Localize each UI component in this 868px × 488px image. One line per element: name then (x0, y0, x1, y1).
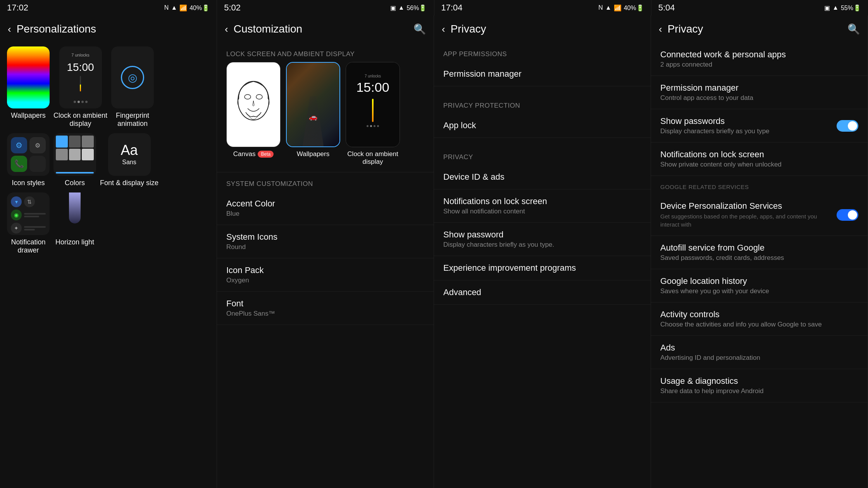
panel-privacy-detail: ‹ Privacy 🔍 Connected work & personal ap… (651, 15, 868, 488)
wallpapers-lock-label: Wallpapers (297, 150, 329, 158)
svg-point-2 (256, 95, 262, 99)
settings-item-notif-lock2[interactable]: Notifications on lock screen Show privat… (651, 143, 868, 176)
horizon-light-label: Horizon light (55, 238, 94, 246)
status-icons-4: ▣ ▲ 55%🔋 (824, 4, 861, 12)
settings-item-permission-manager2[interactable]: Permission manager Control app access to… (651, 76, 868, 109)
panel-privacy: ‹ Privacy APP PERMISSIONS Permission man… (434, 15, 651, 488)
car-icon: 🚗 (309, 113, 317, 121)
search-button-2[interactable]: 🔍 (413, 23, 426, 35)
fp-preview-thumb: ◎ (111, 46, 154, 108)
notif-lines-2 (24, 226, 46, 230)
status-section-1: 17:02 N ▲ 📶 40%🔋 (0, 0, 217, 15)
app-icon-3: 📞 (11, 156, 27, 172)
lock-item-wallpapers[interactable]: 🚗 Wallpapers (286, 62, 340, 166)
battery-icon-2: 56%🔋 (406, 4, 427, 12)
settings-item-notif-lock[interactable]: Notifications on lock screen Show all no… (434, 189, 651, 223)
notif-lock-content: Notifications on lock screen Show all no… (443, 196, 547, 215)
device-id-title: Device ID & ads (443, 172, 505, 182)
font-aa-text: Aa (121, 143, 138, 157)
accent-color-title: Accent Color (226, 199, 275, 209)
color-dot-3 (82, 136, 94, 148)
settings-item-app-lock[interactable]: App lock (434, 113, 651, 138)
advanced-title: Advanced (443, 287, 481, 297)
wifi-icon-4: ▲ (832, 4, 839, 11)
settings-item-connected-apps[interactable]: Connected work & personal apps 2 apps co… (651, 43, 868, 76)
device-personalization-toggle[interactable] (837, 209, 858, 221)
canvas-label: Canvas (233, 150, 256, 158)
grid-item-icon-styles[interactable]: ⚙ ⚙ 📞 Icon styles (7, 133, 50, 187)
connected-apps-title: Connected work & personal apps (660, 50, 786, 60)
lock-item-clock-ambient[interactable]: 7 unlocks 15:00 Clock on ambient display (346, 62, 400, 166)
show-password-content: Show password Display characters briefly… (443, 230, 554, 249)
settings-item-autofill-google[interactable]: Autofill service from Google Saved passw… (651, 236, 868, 269)
grid-item-clock[interactable]: 7 unlocks 15:00 (53, 46, 107, 128)
grid-item-wallpapers[interactable]: Wallpapers (7, 46, 50, 128)
notif-row-2: ◉ (11, 210, 46, 220)
clock-lock-unlocks: 7 unlocks (365, 74, 381, 78)
notif-preview: ▾ ⇅ ◉ ✦ (7, 192, 50, 235)
settings-item-system-icons[interactable]: System Icons Round (217, 225, 434, 258)
notif-icon-location: ◉ (11, 210, 22, 220)
settings-item-usage-diagnostics[interactable]: Usage & diagnostics Share data to help i… (651, 369, 868, 402)
panel1-header: ‹ Personalizations (0, 15, 217, 43)
clock-label: Clock on ambient display (53, 112, 107, 128)
lock-item-canvas[interactable]: Canvas Beta (226, 62, 281, 166)
system-customization-list: Accent Color Blue System Icons Round Ico… (217, 192, 434, 325)
show-passwords-toggle[interactable] (837, 120, 858, 132)
road-scene: 🚗 (287, 63, 339, 146)
settings-item-accent-color[interactable]: Accent Color Blue (217, 192, 434, 225)
settings-item-activity-controls[interactable]: Activity controls Choose the activities … (651, 302, 868, 336)
clock-thumbnail: 7 unlocks 15:00 (59, 46, 102, 108)
device-personalization-title: Device Personalization Services (660, 201, 832, 211)
grid-item-fingerprint[interactable]: ◎ Fingerprint animation (111, 46, 154, 128)
canvas-badge: Beta (258, 151, 274, 158)
settings-item-show-passwords[interactable]: Show passwords Display characters briefl… (651, 109, 868, 143)
grid-item-horizon-light[interactable]: Horizon light (53, 192, 96, 254)
settings-item-show-password[interactable]: Show password Display characters briefly… (434, 223, 651, 256)
search-button-4[interactable]: 🔍 (847, 23, 860, 35)
settings-item-advanced[interactable]: Advanced (434, 280, 651, 305)
settings-item-device-personalization[interactable]: Device Personalization Services Get sugg… (651, 194, 868, 236)
network-icon-3: N (598, 4, 603, 11)
clock-lock-thumb: 7 unlocks 15:00 (346, 62, 400, 147)
grid-item-font[interactable]: Aa Sans Font & display size (100, 133, 158, 187)
settings-item-ads[interactable]: Ads Advertising ID and personalization (651, 336, 868, 369)
status-bar: 17:02 N ▲ 📶 40%🔋 5:02 ▣ ▲ 56%🔋 17:04 N ▲… (0, 0, 868, 15)
settings-item-icon-pack[interactable]: Icon Pack Oxygen (217, 258, 434, 292)
canvas-preview (227, 62, 280, 147)
google-location-history-sub: Saves where you go with your device (660, 287, 769, 295)
permission-manager2-content: Permission manager Control app access to… (660, 83, 753, 102)
settings-item-device-id[interactable]: Device ID & ads (434, 165, 651, 189)
color-dot-5 (69, 149, 81, 161)
battery-icon-4: 55%🔋 (841, 4, 861, 12)
activity-controls-content: Activity controls Choose the activities … (660, 309, 822, 328)
google-location-history-content: Google location history Saves where you … (660, 276, 769, 295)
settings-item-google-location-history[interactable]: Google location history Saves where you … (651, 269, 868, 302)
notif-icon-bt: ✦ (11, 223, 22, 234)
usage-diagnostics-sub: Share data to help improve Android (660, 387, 764, 395)
grid-item-notification-drawer[interactable]: ▾ ⇅ ◉ ✦ (7, 192, 50, 254)
status-section-4: 5:04 ▣ ▲ 55%🔋 (651, 0, 868, 15)
usage-diagnostics-content: Usage & diagnostics Share data to help i… (660, 376, 764, 395)
color-accent-bar (56, 172, 94, 174)
back-button-1[interactable]: ‹ (8, 23, 11, 35)
wifi-icon-2: ▲ (398, 4, 405, 11)
font-title: Font (226, 299, 275, 309)
settings-item-permission-manager[interactable]: Permission manager (434, 62, 651, 86)
back-button-2[interactable]: ‹ (225, 23, 228, 35)
camera-icon-2: ▣ (390, 4, 396, 12)
settings-item-font[interactable]: Font OnePlus Sans™ (217, 292, 434, 325)
grid-item-colors[interactable]: Colors (53, 133, 96, 187)
status-section-3: 17:04 N ▲ 📶 40%🔋 (434, 0, 651, 15)
wifi-icon-1: ▲ (171, 4, 177, 11)
horizon-preview (53, 192, 96, 235)
panel2-title: Customization (234, 23, 302, 35)
activity-controls-title: Activity controls (660, 309, 822, 320)
back-button-4[interactable]: ‹ (659, 23, 662, 35)
wallpaper-preview-thumb (7, 46, 50, 108)
font-preview: Aa Sans (108, 133, 151, 176)
settings-item-exp-improvement[interactable]: Experience improvement programs (434, 256, 651, 280)
back-button-3[interactable]: ‹ (442, 23, 445, 35)
connected-apps-content: Connected work & personal apps 2 apps co… (660, 50, 786, 69)
font-sans-text: Sans (122, 159, 136, 166)
